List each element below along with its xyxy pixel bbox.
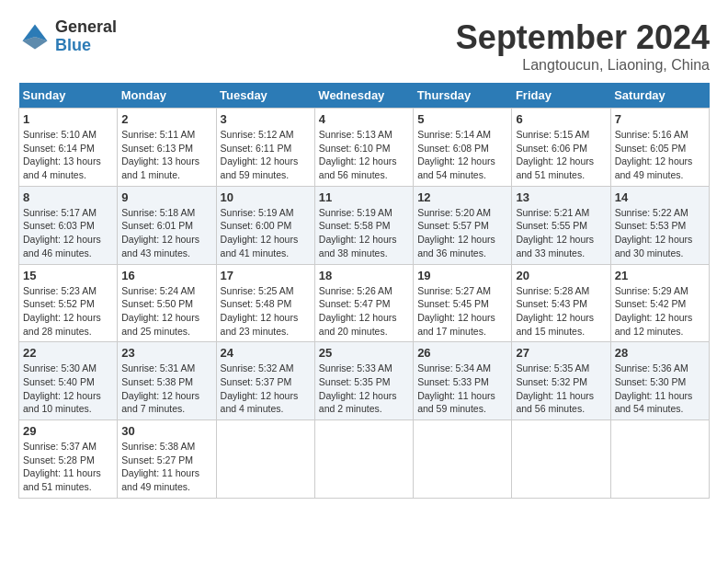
- day-number: 12: [417, 190, 507, 204]
- calendar-cell: 2Sunrise: 5:11 AM Sunset: 6:13 PM Daylig…: [118, 109, 216, 187]
- day-info: Sunrise: 5:34 AM Sunset: 5:33 PM Dayligh…: [417, 362, 507, 416]
- day-info: Sunrise: 5:11 AM Sunset: 6:13 PM Dayligh…: [121, 128, 211, 182]
- calendar-cell: 11Sunrise: 5:19 AM Sunset: 5:58 PM Dayli…: [314, 186, 413, 264]
- day-info: Sunrise: 5:23 AM Sunset: 5:52 PM Dayligh…: [23, 284, 113, 339]
- calendar-week-row: 22Sunrise: 5:30 AM Sunset: 5:40 PM Dayli…: [19, 342, 710, 420]
- day-info: Sunrise: 5:27 AM Sunset: 5:45 PM Dayligh…: [417, 284, 507, 339]
- calendar-cell: 10Sunrise: 5:19 AM Sunset: 6:00 PM Dayli…: [216, 186, 314, 264]
- day-info: Sunrise: 5:29 AM Sunset: 5:42 PM Dayligh…: [615, 284, 705, 339]
- day-info: Sunrise: 5:35 AM Sunset: 5:32 PM Dayligh…: [516, 362, 606, 416]
- day-number: 17: [221, 269, 311, 282]
- day-info: Sunrise: 5:19 AM Sunset: 5:58 PM Dayligh…: [319, 206, 409, 260]
- day-number: 27: [516, 346, 606, 360]
- weekday-header: Tuesday: [216, 83, 314, 109]
- day-number: 6: [516, 112, 606, 126]
- calendar-cell: 15Sunrise: 5:23 AM Sunset: 5:52 PM Dayli…: [19, 264, 118, 342]
- calendar-cell: 27Sunrise: 5:35 AM Sunset: 5:32 PM Dayli…: [512, 342, 610, 420]
- calendar-cell: 21Sunrise: 5:29 AM Sunset: 5:42 PM Dayli…: [610, 264, 709, 342]
- weekday-row: SundayMondayTuesdayWednesdayThursdayFrid…: [19, 83, 710, 109]
- calendar-cell: 3Sunrise: 5:12 AM Sunset: 6:11 PM Daylig…: [216, 109, 314, 187]
- weekday-header: Saturday: [610, 83, 709, 109]
- calendar-cell: 16Sunrise: 5:24 AM Sunset: 5:50 PM Dayli…: [118, 264, 216, 342]
- day-number: 9: [121, 190, 211, 204]
- calendar-cell: 8Sunrise: 5:17 AM Sunset: 6:03 PM Daylig…: [19, 186, 118, 264]
- calendar-cell: [610, 420, 709, 499]
- calendar-cell: [414, 420, 512, 499]
- day-info: Sunrise: 5:21 AM Sunset: 5:55 PM Dayligh…: [516, 206, 606, 260]
- day-number: 24: [221, 346, 311, 360]
- day-number: 3: [221, 112, 311, 126]
- day-info: Sunrise: 5:33 AM Sunset: 5:35 PM Dayligh…: [319, 362, 409, 416]
- calendar-body: 1Sunrise: 5:10 AM Sunset: 6:14 PM Daylig…: [19, 109, 710, 499]
- day-info: Sunrise: 5:31 AM Sunset: 5:38 PM Dayligh…: [121, 362, 211, 416]
- calendar-week-row: 15Sunrise: 5:23 AM Sunset: 5:52 PM Dayli…: [19, 264, 710, 342]
- location-text: Langtoucun, Liaoning, China: [456, 57, 710, 74]
- month-title: September 2024: [456, 18, 710, 57]
- day-number: 15: [23, 269, 113, 282]
- weekday-header: Sunday: [19, 83, 118, 109]
- title-block: September 2024 Langtoucun, Liaoning, Chi…: [456, 18, 710, 74]
- day-info: Sunrise: 5:22 AM Sunset: 5:53 PM Dayligh…: [615, 206, 705, 260]
- logo-blue-text: Blue: [55, 37, 117, 55]
- calendar-cell: 30Sunrise: 5:38 AM Sunset: 5:27 PM Dayli…: [118, 420, 216, 499]
- day-number: 23: [121, 346, 211, 360]
- logo-text: General Blue: [55, 18, 117, 55]
- calendar-cell: [216, 420, 314, 499]
- calendar-week-row: 1Sunrise: 5:10 AM Sunset: 6:14 PM Daylig…: [19, 109, 710, 187]
- calendar-cell: 1Sunrise: 5:10 AM Sunset: 6:14 PM Daylig…: [19, 109, 118, 187]
- day-number: 30: [121, 424, 211, 438]
- calendar-cell: 12Sunrise: 5:20 AM Sunset: 5:57 PM Dayli…: [414, 186, 512, 264]
- calendar-cell: 28Sunrise: 5:36 AM Sunset: 5:30 PM Dayli…: [610, 342, 709, 420]
- calendar-cell: 20Sunrise: 5:28 AM Sunset: 5:43 PM Dayli…: [512, 264, 610, 342]
- calendar-cell: 6Sunrise: 5:15 AM Sunset: 6:06 PM Daylig…: [512, 109, 610, 187]
- day-info: Sunrise: 5:14 AM Sunset: 6:08 PM Dayligh…: [417, 128, 507, 182]
- day-info: Sunrise: 5:36 AM Sunset: 5:30 PM Dayligh…: [615, 362, 705, 416]
- calendar-cell: 14Sunrise: 5:22 AM Sunset: 5:53 PM Dayli…: [610, 186, 709, 264]
- day-info: Sunrise: 5:20 AM Sunset: 5:57 PM Dayligh…: [417, 206, 507, 260]
- day-number: 26: [417, 346, 507, 360]
- day-info: Sunrise: 5:25 AM Sunset: 5:48 PM Dayligh…: [221, 284, 311, 339]
- weekday-header: Monday: [118, 83, 216, 109]
- day-number: 8: [23, 190, 113, 204]
- day-info: Sunrise: 5:30 AM Sunset: 5:40 PM Dayligh…: [23, 362, 113, 416]
- calendar-week-row: 8Sunrise: 5:17 AM Sunset: 6:03 PM Daylig…: [19, 186, 710, 264]
- calendar-cell: 29Sunrise: 5:37 AM Sunset: 5:28 PM Dayli…: [19, 420, 118, 499]
- day-number: 20: [516, 269, 606, 282]
- calendar-cell: 25Sunrise: 5:33 AM Sunset: 5:35 PM Dayli…: [314, 342, 413, 420]
- calendar-cell: 23Sunrise: 5:31 AM Sunset: 5:38 PM Dayli…: [118, 342, 216, 420]
- day-number: 21: [615, 269, 705, 282]
- calendar-cell: 13Sunrise: 5:21 AM Sunset: 5:55 PM Dayli…: [512, 186, 610, 264]
- calendar-cell: 24Sunrise: 5:32 AM Sunset: 5:37 PM Dayli…: [216, 342, 314, 420]
- weekday-header: Friday: [512, 83, 610, 109]
- day-info: Sunrise: 5:17 AM Sunset: 6:03 PM Dayligh…: [23, 206, 113, 260]
- day-info: Sunrise: 5:37 AM Sunset: 5:28 PM Dayligh…: [23, 440, 113, 494]
- day-number: 2: [121, 112, 211, 126]
- day-info: Sunrise: 5:38 AM Sunset: 5:27 PM Dayligh…: [121, 440, 211, 494]
- calendar-cell: [512, 420, 610, 499]
- calendar-cell: 17Sunrise: 5:25 AM Sunset: 5:48 PM Dayli…: [216, 264, 314, 342]
- day-info: Sunrise: 5:32 AM Sunset: 5:37 PM Dayligh…: [221, 362, 311, 416]
- day-info: Sunrise: 5:12 AM Sunset: 6:11 PM Dayligh…: [221, 128, 311, 182]
- day-number: 14: [615, 190, 705, 204]
- day-number: 4: [319, 112, 409, 126]
- calendar-week-row: 29Sunrise: 5:37 AM Sunset: 5:28 PM Dayli…: [19, 420, 710, 499]
- calendar-cell: 9Sunrise: 5:18 AM Sunset: 6:01 PM Daylig…: [118, 186, 216, 264]
- logo-icon: [18, 20, 51, 53]
- day-info: Sunrise: 5:15 AM Sunset: 6:06 PM Dayligh…: [516, 128, 606, 182]
- day-info: Sunrise: 5:26 AM Sunset: 5:47 PM Dayligh…: [319, 284, 409, 339]
- calendar-cell: 26Sunrise: 5:34 AM Sunset: 5:33 PM Dayli…: [414, 342, 512, 420]
- day-number: 16: [121, 269, 211, 282]
- calendar-cell: 19Sunrise: 5:27 AM Sunset: 5:45 PM Dayli…: [414, 264, 512, 342]
- day-number: 1: [23, 112, 113, 126]
- calendar-cell: 22Sunrise: 5:30 AM Sunset: 5:40 PM Dayli…: [19, 342, 118, 420]
- day-number: 28: [615, 346, 705, 360]
- day-number: 22: [23, 346, 113, 360]
- day-number: 13: [516, 190, 606, 204]
- weekday-header: Wednesday: [314, 83, 413, 109]
- calendar-header: SundayMondayTuesdayWednesdayThursdayFrid…: [19, 83, 710, 109]
- day-number: 19: [417, 269, 507, 282]
- calendar-cell: 4Sunrise: 5:13 AM Sunset: 6:10 PM Daylig…: [314, 109, 413, 187]
- day-info: Sunrise: 5:16 AM Sunset: 6:05 PM Dayligh…: [615, 128, 705, 182]
- logo-general-text: General: [55, 18, 117, 37]
- day-number: 11: [319, 190, 409, 204]
